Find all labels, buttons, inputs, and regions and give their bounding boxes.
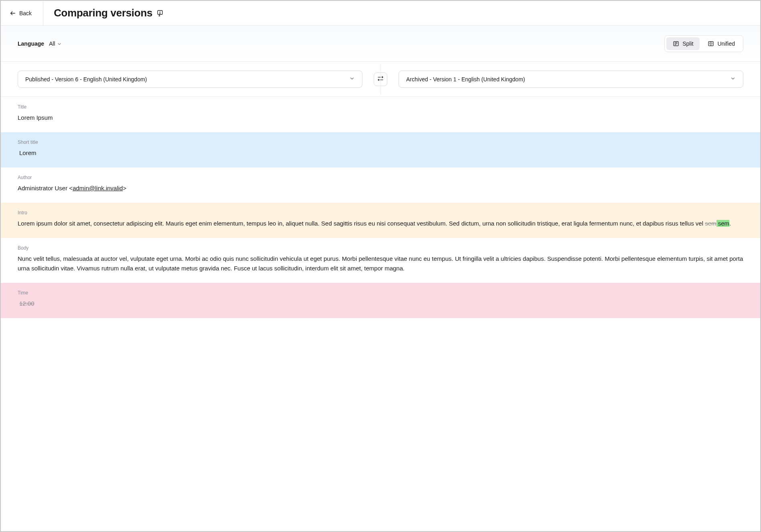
field-author-value: Administrator User <admin@link.invalid> xyxy=(18,183,743,193)
version-select-right[interactable]: Archived - Version 1 - English (United K… xyxy=(399,71,743,88)
flag-icon xyxy=(156,10,164,17)
field-time-label: Time xyxy=(18,290,743,296)
svg-point-2 xyxy=(160,13,160,14)
field-intro-label: Intro xyxy=(18,210,743,216)
intro-inserted: sem xyxy=(716,220,730,227)
version-right-label: Archived - Version 1 - English (United K… xyxy=(406,76,525,83)
view-unified-button[interactable]: Unified xyxy=(701,37,741,50)
language-dropdown[interactable]: All xyxy=(49,40,62,47)
arrow-left-icon xyxy=(10,10,16,16)
intro-deleted: sem xyxy=(705,220,716,227)
split-view-icon xyxy=(673,40,679,47)
field-time-value: 12:00 xyxy=(18,299,743,308)
language-value: All xyxy=(49,40,55,47)
time-deleted: 12:00 xyxy=(19,300,34,307)
view-toggle: Split Unified xyxy=(664,35,743,52)
intro-text-before: Lorem ipsum dolor sit amet, consectetur … xyxy=(18,220,705,227)
field-short-title-label: Short title xyxy=(18,139,743,145)
language-filter: Language All xyxy=(18,40,62,47)
field-intro: Intro Lorem ipsum dolor sit amet, consec… xyxy=(1,203,760,238)
field-author-label: Author xyxy=(18,175,743,180)
author-email-link[interactable]: admin@link.invalid xyxy=(73,185,123,191)
field-body-label: Body xyxy=(18,245,743,251)
divider xyxy=(380,64,381,95)
field-title-label: Title xyxy=(18,104,743,110)
view-split-button[interactable]: Split xyxy=(666,37,700,50)
language-label: Language xyxy=(18,40,44,47)
filter-bar: Language All Split Unified xyxy=(1,26,760,62)
field-short-title-value: Lorem xyxy=(18,148,743,158)
view-unified-label: Unified xyxy=(717,40,735,47)
field-title-value: Lorem Ipsum xyxy=(18,113,743,123)
author-name: Administrator User xyxy=(18,185,67,191)
back-label: Back xyxy=(19,10,32,16)
field-time: Time 12:00 xyxy=(1,283,760,318)
versions-row: Published - Version 6 - English (United … xyxy=(1,62,760,97)
field-body-value: Nunc velit tellus, malesuada at auctor v… xyxy=(18,254,743,273)
back-button[interactable]: Back xyxy=(1,1,43,25)
version-select-left[interactable]: Published - Version 6 - English (United … xyxy=(18,71,362,88)
chevron-down-icon xyxy=(730,76,736,83)
version-left-label: Published - Version 6 - English (United … xyxy=(25,76,147,83)
title-wrap: Comparing versions xyxy=(43,7,164,19)
unified-view-icon xyxy=(708,40,714,47)
field-author: Author Administrator User <admin@link.in… xyxy=(1,167,760,203)
field-intro-value: Lorem ipsum dolor sit amet, consectetur … xyxy=(18,219,743,228)
chevron-down-icon xyxy=(349,76,355,83)
top-header: Back Comparing versions xyxy=(1,1,760,26)
swap-wrap xyxy=(362,73,399,86)
field-title: Title Lorem Ipsum xyxy=(1,97,760,132)
field-short-title: Short title Lorem xyxy=(1,132,760,167)
view-split-label: Split xyxy=(682,40,693,47)
field-body: Body Nunc velit tellus, malesuada at auc… xyxy=(1,238,760,283)
intro-text-after: . xyxy=(729,220,731,227)
page-title: Comparing versions xyxy=(54,7,152,19)
chevron-down-icon xyxy=(57,41,62,46)
